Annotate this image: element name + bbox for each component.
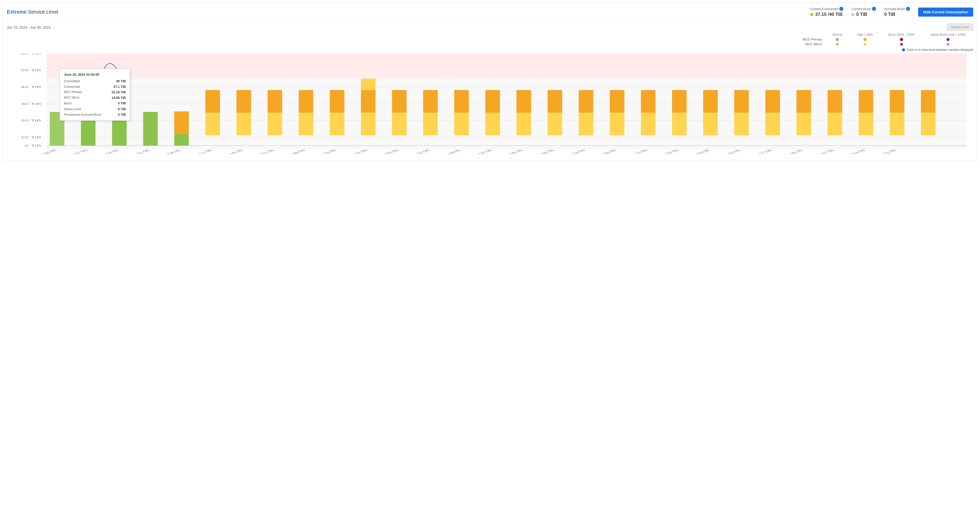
current-burst-label: Current Burst i xyxy=(851,7,876,11)
bar-27-primary xyxy=(890,90,905,113)
current-burst-info-icon[interactable]: i xyxy=(872,7,876,11)
ylabel-30: 30 TiB xyxy=(21,102,41,106)
bar-9-primary xyxy=(330,90,345,113)
title-bold: Extreme xyxy=(7,9,27,14)
tooltip-mcc-mirror-label: MCC Mirror xyxy=(64,95,80,101)
mcc-mirror-normal-dot xyxy=(836,43,839,46)
zoom-hint: Zoom in to view burst between samples di… xyxy=(902,48,973,52)
bar-17-mirror xyxy=(579,113,593,135)
above-burst-zone xyxy=(46,54,967,69)
bar-22-mirror xyxy=(734,113,749,135)
bar-14-mirror xyxy=(485,113,500,135)
tooltip-burst-label: Burst xyxy=(64,101,72,106)
date-range: Jun 23, 2024 - Jun 30, 2024 xyxy=(7,24,51,32)
bar-10-yellow-top xyxy=(361,79,375,90)
mcc-mirror-high-dot xyxy=(864,43,867,46)
legend-header-high: High > 80% xyxy=(850,33,880,37)
burst-dot xyxy=(851,13,854,16)
bar-16-primary xyxy=(547,90,562,113)
chart-area: Jun 23, 2024 - Jun 30, 2024 Reset Zoom N… xyxy=(7,21,973,157)
bar-11-primary xyxy=(392,90,407,113)
current-burst-value: 0 TiB xyxy=(851,12,867,17)
bar-13-mirror xyxy=(454,113,469,135)
mcc-primary-high-dot xyxy=(864,38,867,41)
legend-mcc-primary-name: MCC Primary xyxy=(797,38,825,41)
bar-26-mirror xyxy=(859,113,873,135)
tooltip-consumed-label: Consumed xyxy=(64,84,80,89)
current-consumed-metric: Current Consumed i 37.15 /40 TiB xyxy=(810,7,843,17)
svg-text:27 Jun 02:00: 27 Jun 02:00 xyxy=(461,149,493,154)
current-consumed-info-icon[interactable]: i xyxy=(839,7,843,11)
bar-23-primary xyxy=(765,90,780,113)
bar-23-mirror xyxy=(765,113,780,135)
legend-header-burst: Burst 100% - 120% xyxy=(880,33,923,37)
bar-24-primary xyxy=(797,90,811,113)
mcc-primary-normal-dot xyxy=(836,38,839,41)
consumed-dot xyxy=(810,13,813,16)
mcc-primary-burst-dot xyxy=(900,38,903,41)
bar-7-mirror xyxy=(267,113,282,135)
bar-11-mirror xyxy=(392,113,407,135)
bar-3-primary xyxy=(143,112,158,146)
ylabel-0: 0 TiB xyxy=(25,144,41,148)
svg-text:27 Jun 09:00: 27 Jun 09:00 xyxy=(493,149,525,154)
tooltip-committed-label: Committed xyxy=(64,78,80,84)
bar-21-primary xyxy=(703,90,718,113)
bar-8-mirror xyxy=(299,113,313,135)
bar-25-mirror xyxy=(827,113,842,135)
svg-text:26 Jun 19:00: 26 Jun 19:00 xyxy=(430,149,463,154)
reset-zoom-button[interactable]: Reset Zoom xyxy=(947,24,973,31)
metrics-area: Current Consumed i 37.15 /40 TiB Current… xyxy=(810,7,973,17)
accrued-burst-info-icon[interactable]: i xyxy=(906,7,910,11)
svg-text:27 Jun 23:00: 27 Jun 23:00 xyxy=(555,149,587,154)
svg-text:29 Jun 10:00: 29 Jun 10:00 xyxy=(710,149,743,154)
svg-text:28 Jun 13:00: 28 Jun 13:00 xyxy=(617,149,649,154)
legend-header-above: Above Burst Limit > 120% xyxy=(923,33,973,37)
tooltip-above-limit-row: Above Limit 0 TiB xyxy=(64,106,126,112)
svg-text:25 Jun 08:00: 25 Jun 08:00 xyxy=(275,149,307,154)
tooltip-provisional-label: Provisional Accrued Burst xyxy=(64,112,101,117)
tooltip-title: June 25, 2024 22:00:00 xyxy=(64,72,126,78)
svg-text:24 Jun 18:00: 24 Jun 18:00 xyxy=(212,149,245,154)
chart-wrapper: 60 TiB 50 TiB 40 TiB 30 TiB 20 TiB 10 Ti… xyxy=(7,54,973,154)
svg-text:30 Jun 14:00: 30 Jun 14:00 xyxy=(835,149,867,154)
bar-28-primary xyxy=(921,90,935,113)
bar-13-primary xyxy=(454,90,469,113)
legend-area: Normal High > 80% Burst 100% - 120% Abov… xyxy=(7,33,973,52)
svg-text:24 Jun 04:00: 24 Jun 04:00 xyxy=(150,149,183,154)
bar-6-mirror xyxy=(237,113,251,135)
ylabel-50: 50 TiB xyxy=(21,69,41,72)
tooltip-consumed-value: 37.1 TiB xyxy=(113,84,126,89)
svg-text:25 Jun 15:00: 25 Jun 15:00 xyxy=(306,149,338,154)
bar-22-primary xyxy=(734,90,749,113)
tooltip-committed-row: Committed 40 TiB xyxy=(64,78,126,84)
legend-mcc-mirror-name: MCC Mirror xyxy=(797,42,825,46)
bar-9-mirror xyxy=(330,113,345,135)
svg-text:30 Jun 07:00: 30 Jun 07:00 xyxy=(803,149,836,154)
svg-text:24 Jun 11:00: 24 Jun 11:00 xyxy=(181,149,214,154)
bar-5-primary xyxy=(205,90,220,113)
bar-28-mirror xyxy=(921,113,935,135)
tooltip-provisional-row: Provisional Accrued Burst 0 TiB xyxy=(64,112,126,117)
bar-8-primary xyxy=(299,90,313,113)
ylabel-40: 40 TiB xyxy=(21,86,41,89)
bar-16-mirror xyxy=(547,113,562,135)
mcc-primary-above-dot xyxy=(947,38,950,41)
tooltip-mcc-mirror-row: MCC Mirror 14.86 TiB xyxy=(64,95,126,101)
bar-7-primary xyxy=(267,90,282,113)
tooltip-burst-value: 0 TiB xyxy=(118,101,126,106)
bar-10-mirror xyxy=(361,113,375,135)
bar-27-mirror xyxy=(890,113,905,135)
bar-21-mirror xyxy=(703,113,718,135)
tooltip-mcc-primary-row: MCC Primary 22.24 TiB xyxy=(64,89,126,95)
service-level-title: Extreme Service Level xyxy=(7,9,58,15)
svg-text:23 Jun 00:00: 23 Jun 00:00 xyxy=(26,149,58,154)
bar-6-primary xyxy=(237,90,251,113)
legend-header-normal: Normal xyxy=(825,33,850,37)
main-container: Extreme Service Level Current Consumed i… xyxy=(3,3,977,161)
bar-10-primary xyxy=(361,90,375,113)
ylabel-10: 10 TiB xyxy=(21,136,41,139)
hide-consumption-button[interactable]: Hide Current Consumption xyxy=(918,8,973,17)
bar-20-mirror xyxy=(672,113,687,135)
svg-text:26 Jun 12:00: 26 Jun 12:00 xyxy=(399,149,431,154)
